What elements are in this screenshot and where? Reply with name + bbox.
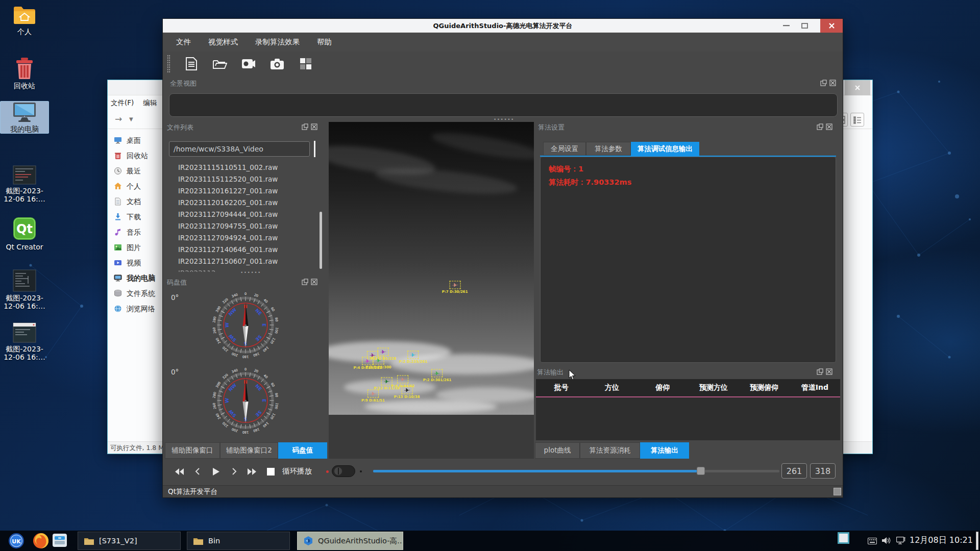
taskbar-ukui-launcher-icon[interactable]: UK	[8, 533, 24, 551]
fm-list-view-button[interactable]	[850, 113, 864, 127]
fm-sidebar-item-文件系统[interactable]: 文件系统	[108, 286, 169, 302]
column-header-预测方位[interactable]: 预测方位	[688, 383, 739, 392]
desktop-icon-personal[interactable]: 个人	[0, 5, 49, 36]
tab-辅助图像窗口[interactable]: 辅助图像窗口	[165, 442, 220, 459]
fm-history-dropdown-icon[interactable]: ▼	[129, 116, 133, 122]
desktop-icon-my-computer[interactable]: 我的电脑	[0, 101, 49, 134]
tab-算法资源消耗[interactable]: 算法资源消耗	[580, 442, 640, 459]
file-row[interactable]: IR20231115110511_002.raw	[165, 162, 318, 173]
fm-sidebar-item-个人[interactable]: 个人	[108, 179, 169, 194]
close-button[interactable]	[820, 19, 843, 33]
play-speed-toggle[interactable]	[332, 465, 355, 477]
file-row[interactable]: IR20231127094924_001.raw	[165, 232, 318, 244]
fast-forward-button[interactable]	[243, 464, 260, 479]
panorama-float-icon[interactable]	[820, 80, 827, 86]
splitter-dots[interactable]: ••••••	[494, 117, 514, 122]
input-method-indicator[interactable]	[838, 532, 849, 544]
fm-close-button[interactable]	[845, 80, 870, 95]
app-titlebar[interactable]: QGuideArithStudio-高德光电算法开发平台	[163, 19, 843, 33]
panorama-close-icon[interactable]	[829, 80, 836, 86]
fm-sidebar-item-图片[interactable]: 图片	[108, 240, 169, 256]
fm-sidebar-item-回收站[interactable]: 回收站	[108, 148, 169, 164]
output-close-icon[interactable]	[826, 368, 832, 375]
menu-帮助[interactable]: 帮助	[317, 37, 332, 47]
fm-sidebar-item-视频[interactable]: 视频	[108, 256, 169, 271]
stop-button[interactable]	[263, 464, 278, 479]
dial-close-icon[interactable]	[311, 279, 317, 285]
keyboard-tray-icon[interactable]	[868, 537, 877, 546]
file-path-input[interactable]: /home/wcw/S338A_Video	[169, 141, 310, 157]
timeline-slider-handle[interactable]	[697, 467, 705, 475]
tab-算法调试信息输出[interactable]: 算法调试信息输出	[631, 142, 699, 156]
column-header-俯仰[interactable]: 俯仰	[638, 383, 688, 392]
tab-辅助图像窗口2[interactable]: 辅助图像窗口2	[220, 442, 278, 459]
column-header-预测俯仰[interactable]: 预测俯仰	[739, 383, 789, 392]
menu-录制算法效果[interactable]: 录制算法效果	[255, 37, 300, 47]
camera-capture-icon[interactable]	[270, 56, 285, 71]
file-row[interactable]: IR20231127150607_001.raw	[165, 256, 318, 267]
menu-视觉样式[interactable]: 视觉样式	[208, 37, 238, 47]
output-float-icon[interactable]	[817, 368, 823, 375]
file-list-close-icon[interactable]	[311, 123, 317, 130]
column-header-方位[interactable]: 方位	[586, 383, 637, 392]
desktop-icon-qt-creator[interactable]: QtQt Creator	[0, 216, 49, 251]
tab-算法参数[interactable]: 算法参数	[586, 142, 631, 156]
splitter-dots[interactable]: ••••••	[240, 270, 261, 275]
tab-算法输出[interactable]: 算法输出	[640, 442, 689, 459]
desktop-icon-screenshot-1[interactable]: 截图-2023-12-06 16:…	[0, 165, 49, 203]
panorama-view-strip[interactable]	[169, 93, 838, 117]
minimize-button[interactable]	[778, 19, 794, 33]
fm-sidebar-item-音乐[interactable]: 音乐	[108, 225, 169, 240]
record-video-icon[interactable]	[241, 56, 256, 71]
play-button[interactable]	[208, 464, 224, 479]
ir-image-viewer[interactable]: P:7 D:30/261P:3 D:85/228P:4 D:218/281P:0…	[329, 122, 534, 415]
dial-float-icon[interactable]	[302, 279, 308, 285]
column-header-管道Ind[interactable]: 管道Ind	[790, 383, 840, 392]
taskbar-firefox-icon[interactable]	[33, 533, 49, 551]
taskbar-task-3[interactable]: QGuideArithStudio-高…	[297, 532, 403, 550]
tab-plot曲线[interactable]: plot曲线	[535, 442, 580, 459]
fm-sidebar-item-桌面[interactable]: 桌面	[108, 133, 169, 148]
file-row[interactable]: IR20231120161227_001.raw	[165, 185, 318, 197]
column-header-批号[interactable]: 批号	[536, 383, 586, 392]
total-frame-box[interactable]: 318	[810, 463, 836, 479]
previous-frame-button[interactable]	[189, 464, 206, 479]
fm-menu-文件(F)[interactable]: 文件(F)	[111, 98, 134, 108]
tab-码盘值[interactable]: 码盘值	[278, 442, 327, 459]
resize-grip[interactable]	[834, 488, 841, 495]
fm-forward-arrow-icon[interactable]: →	[115, 114, 122, 124]
desktop-icon-screenshot-3[interactable]: 截图-2023-12-06 16:…	[0, 322, 49, 361]
file-row[interactable]: IR20231115112520_001.raw	[165, 173, 318, 185]
taskbar-task-1[interactable]: [S731_V2]	[78, 532, 181, 550]
fm-sidebar-item-最近[interactable]: 最近	[108, 164, 169, 179]
file-row[interactable]: IR20231127094755_001.raw	[165, 220, 318, 232]
fm-sidebar-item-我的电脑[interactable]: 我的电脑	[108, 271, 169, 286]
settings-float-icon[interactable]	[817, 123, 823, 130]
network-tray-icon[interactable]	[896, 537, 906, 546]
toolbar-drag-handle[interactable]	[167, 55, 170, 73]
taskbar-task-2[interactable]: Bin	[187, 532, 290, 550]
current-frame-box[interactable]: 261	[781, 463, 807, 479]
fm-sidebar-item-下载[interactable]: 下载	[108, 210, 169, 225]
tab-全局设置[interactable]: 全局设置	[543, 142, 586, 156]
volume-tray-icon[interactable]	[882, 537, 892, 546]
file-list-float-icon[interactable]	[302, 123, 308, 130]
file-row[interactable]: IR20231120162205_001.raw	[165, 197, 318, 209]
desktop-icon-screenshot-2[interactable]: 截图-2023-12-06 16:…	[0, 269, 49, 310]
taskbar-file-manager-icon[interactable]	[52, 533, 67, 550]
file-list-scrollbar[interactable]	[320, 212, 322, 269]
settings-close-icon[interactable]	[826, 123, 832, 130]
next-frame-button[interactable]	[226, 464, 242, 479]
new-document-icon[interactable]	[184, 56, 199, 71]
fm-menu-编辑[interactable]: 编辑	[143, 98, 157, 108]
layout-grid-icon[interactable]	[298, 56, 313, 71]
taskbar-clock[interactable]: 12月08日 10:21	[910, 535, 973, 546]
desktop-icon-recycle-bin[interactable]: 回收站	[0, 57, 49, 90]
fm-sidebar-item-文档[interactable]: 文档	[108, 194, 169, 210]
file-row[interactable]: IR20231127094444_001.raw	[165, 209, 318, 220]
fm-sidebar-item-浏览网络[interactable]: 浏览网络	[108, 302, 169, 317]
rewind-button[interactable]	[171, 464, 187, 479]
file-row[interactable]: IR20231127140646_001.raw	[165, 244, 318, 256]
maximize-button[interactable]	[797, 19, 812, 33]
open-folder-icon[interactable]	[212, 56, 228, 71]
